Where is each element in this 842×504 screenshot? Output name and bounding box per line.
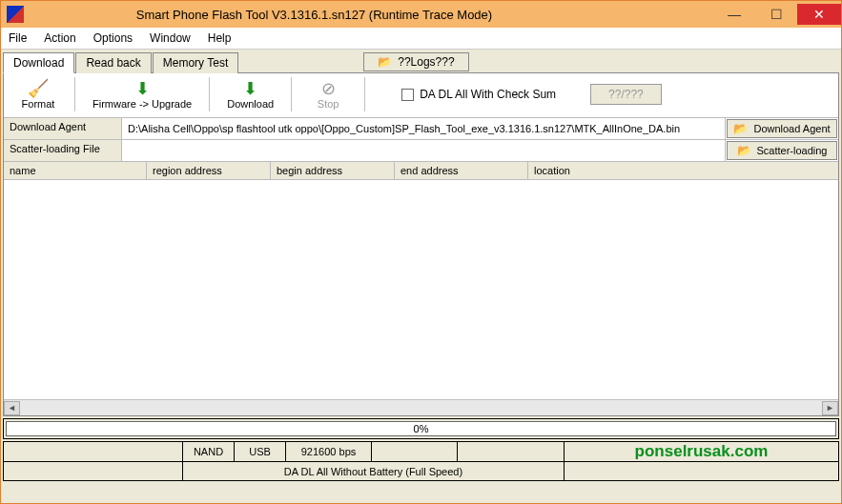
scroll-right-button[interactable]: ► — [822, 401, 838, 415]
toolbar-separator — [209, 77, 210, 111]
progress-bar: 0% — [6, 421, 836, 436]
download-button[interactable]: ⬇ Download — [217, 77, 283, 111]
folder-icon — [378, 55, 392, 69]
window-title: Smart Phone Flash Tool V3.1316.1.sn127 (… — [30, 8, 713, 22]
scatter-row: Scatter-loading File Scatter-loading — [4, 139, 838, 161]
watermark-text: ponselrusak.com — [635, 442, 769, 461]
status-cell-empty1 — [4, 442, 183, 461]
titlebar: Smart Phone Flash Tool V3.1316.1.sn127 (… — [1, 1, 841, 28]
format-label: Format — [22, 98, 55, 110]
checksum-label: DA DL All With Check Sum — [420, 88, 556, 101]
tab-memorytest[interactable]: Memory Test — [153, 52, 238, 73]
th-end[interactable]: end address — [395, 162, 528, 179]
status-watermark: ponselrusak.com — [565, 442, 838, 461]
checksum-checkbox[interactable] — [401, 89, 414, 101]
table-body[interactable] — [4, 180, 838, 399]
format-icon: 🧹 — [28, 79, 49, 98]
status-row-2: DA DL All Without Battery (Full Speed) — [4, 461, 838, 480]
scatter-input[interactable] — [122, 140, 726, 161]
app-icon — [7, 6, 24, 23]
status-cell-empty3 — [458, 442, 565, 461]
menu-options[interactable]: Options — [93, 31, 133, 45]
firmware-upgrade-label: Firmware -> Upgrade — [92, 98, 192, 110]
partition-table: name region address begin address end ad… — [4, 161, 838, 415]
status-cell-empty5 — [565, 462, 838, 480]
status-bar: NAND USB 921600 bps ponselrusak.com DA D… — [3, 441, 839, 481]
scatter-button-label: Scatter-loading — [757, 145, 828, 156]
download-agent-input[interactable] — [122, 118, 726, 139]
folder-icon — [733, 122, 748, 135]
tabs-row: Download Read back Memory Test ??Logs??? — [1, 50, 841, 72]
stop-icon: ⊘ — [321, 79, 336, 98]
toolbar-separator — [291, 77, 292, 111]
download-agent-row: Download Agent Download Agent — [4, 117, 838, 139]
menubar: File Action Options Window Help — [1, 28, 841, 50]
status-nand: NAND — [183, 442, 235, 461]
th-location[interactable]: location — [528, 162, 838, 179]
menu-window[interactable]: Window — [150, 31, 191, 45]
format-button[interactable]: 🧹 Format — [10, 77, 67, 111]
maximize-button[interactable]: ☐ — [755, 4, 797, 25]
tabs: Download Read back Memory Test — [3, 51, 239, 72]
download-agent-label: Download Agent — [4, 118, 122, 139]
scatter-label: Scatter-loading File — [4, 140, 122, 161]
status-cell-empty4 — [4, 462, 183, 480]
scatter-browse-button[interactable]: Scatter-loading — [727, 141, 837, 160]
status-mode: DA DL All Without Battery (Full Speed) — [183, 462, 565, 480]
minimize-button[interactable]: — — [713, 4, 755, 25]
checksum-checkbox-row[interactable]: DA DL All With Check Sum — [401, 88, 556, 101]
window-controls: — ☐ ✕ — [713, 4, 841, 25]
download-agent-browse-button[interactable]: Download Agent — [727, 119, 837, 138]
th-begin[interactable]: begin address — [271, 162, 395, 179]
download-icon: ⬇ — [243, 79, 257, 98]
toolbar-separator — [364, 77, 365, 111]
scroll-left-button[interactable]: ◄ — [4, 401, 20, 415]
close-button[interactable]: ✕ — [797, 4, 841, 25]
status-usb: USB — [235, 442, 286, 461]
toolbar: 🧹 Format ⬇ Firmware -> Upgrade ⬇ Downloa… — [4, 75, 838, 117]
unknown-button[interactable]: ??/??? — [590, 84, 662, 105]
status-row-1: NAND USB 921600 bps ponselrusak.com — [4, 442, 838, 461]
progress-area: 0% — [3, 418, 839, 439]
menu-action[interactable]: Action — [44, 31, 75, 45]
menu-help[interactable]: Help — [208, 31, 232, 45]
path-rows: Download Agent Download Agent Scatter-lo… — [4, 117, 838, 161]
th-name[interactable]: name — [4, 162, 147, 179]
stop-button[interactable]: ⊘ Stop — [299, 77, 357, 111]
table-header: name region address begin address end ad… — [4, 162, 838, 180]
horizontal-scrollbar[interactable]: ◄ ► — [4, 399, 838, 415]
download-label: Download — [227, 98, 274, 110]
tab-readback[interactable]: Read back — [75, 52, 151, 73]
menu-file[interactable]: File — [9, 31, 27, 45]
firmware-upgrade-icon: ⬇ — [135, 79, 150, 98]
firmware-upgrade-button[interactable]: ⬇ Firmware -> Upgrade — [83, 77, 201, 111]
tab-download[interactable]: Download — [3, 52, 74, 73]
logs-button-label: ??Logs??? — [398, 55, 454, 69]
status-cell-empty2 — [372, 442, 458, 461]
tab-panel-download: 🧹 Format ⬇ Firmware -> Upgrade ⬇ Downloa… — [3, 72, 839, 416]
stop-label: Stop — [318, 98, 339, 110]
th-region[interactable]: region address — [147, 162, 271, 179]
logs-button[interactable]: ??Logs??? — [363, 52, 468, 71]
status-baud: 921600 bps — [286, 442, 372, 461]
toolbar-separator — [74, 77, 75, 111]
download-agent-button-label: Download Agent — [753, 123, 830, 134]
folder-icon — [737, 144, 751, 157]
